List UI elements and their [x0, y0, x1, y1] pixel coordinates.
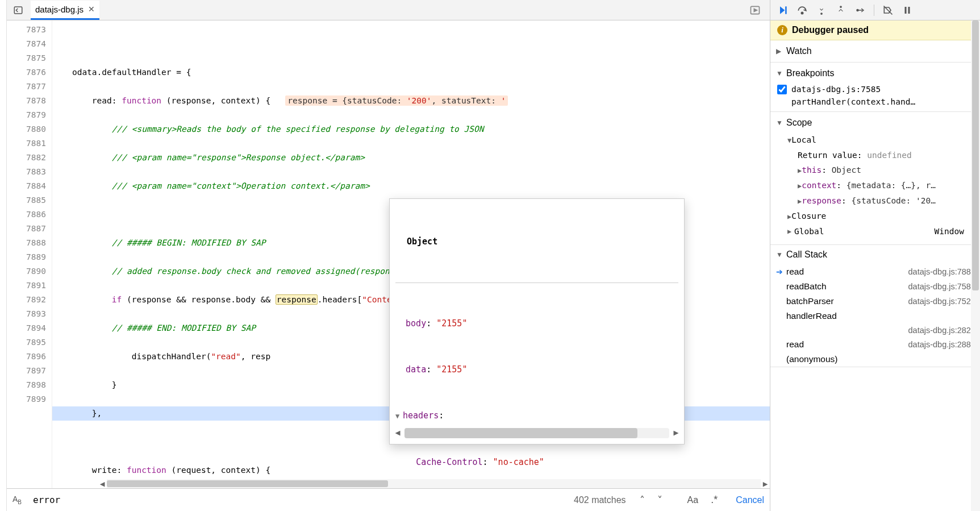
svg-rect-4	[785, 6, 787, 14]
scroll-left-icon[interactable]: ◀	[393, 425, 402, 441]
svg-point-5	[801, 12, 803, 14]
scroll-right-icon[interactable]: ▶	[761, 477, 770, 489]
close-tab-icon[interactable]: ✕	[88, 5, 95, 14]
pause-exceptions-icon[interactable]	[900, 3, 914, 17]
watch-section-header[interactable]: ▶ Watch	[775, 44, 975, 59]
find-cancel-button[interactable]: Cancel	[736, 495, 764, 505]
callstack-row[interactable]: readdatajs-dbg.js:7886	[770, 264, 980, 279]
find-match-count: 402 matches	[574, 495, 626, 505]
find-mode-icon[interactable]: AB	[12, 495, 25, 505]
svg-point-8	[857, 9, 858, 11]
left-gutter	[0, 0, 7, 511]
callstack-row[interactable]: batchParserdatajs-dbg.js:7524	[770, 294, 980, 309]
svg-point-7	[840, 6, 842, 8]
step-into-icon[interactable]	[815, 3, 828, 17]
inline-value: response = {statusCode: '200', statusTex…	[285, 95, 508, 106]
debugger-status: i Debugger paused	[770, 20, 980, 40]
match-case-toggle[interactable]: Aa	[685, 495, 701, 505]
step-icon[interactable]	[853, 3, 867, 17]
popup-h-scrollbar[interactable]: ◀ ▶	[393, 425, 681, 441]
line-numbers: 7873787478757876787778787879788078817882…	[7, 20, 52, 488]
object-hover-popup: Object body: "2155" data: "2155" ▼header…	[389, 198, 685, 444]
svg-marker-2	[754, 9, 757, 11]
find-input[interactable]	[33, 495, 328, 505]
scope-section-header[interactable]: ▼ Scope	[775, 115, 975, 130]
scroll-right-icon[interactable]: ▶	[672, 425, 681, 441]
expand-icon: ▼	[776, 69, 783, 77]
deactivate-breakpoints-icon[interactable]	[881, 3, 895, 17]
expand-icon[interactable]: ▼	[395, 409, 403, 424]
expand-icon: ▼	[776, 251, 783, 259]
callstack-section-header[interactable]: ▼ Call Stack	[770, 245, 980, 264]
svg-rect-10	[905, 7, 907, 14]
callstack-row[interactable]: handlerRead	[770, 309, 980, 323]
tab-datajs-dbg[interactable]: datajs-dbg.js ✕	[31, 1, 99, 20]
current-line: },	[92, 409, 102, 418]
resume-icon[interactable]	[776, 3, 790, 17]
breakpoint-code: partHandler(context.hand…	[791, 95, 915, 108]
popup-title: Object	[407, 234, 678, 250]
toggle-navigator-icon[interactable]	[10, 2, 26, 18]
svg-marker-3	[780, 6, 785, 14]
code-content[interactable]: odata.defaultHandler = { read: function …	[52, 20, 770, 488]
find-next-icon[interactable]: ˅	[655, 494, 665, 506]
find-bar: AB 402 matches ˄ ˅ Aa .* Cancel	[7, 488, 770, 511]
tab-filename: datajs-dbg.js	[35, 5, 84, 14]
callstack-row[interactable]: datajs-dbg.js:2828	[770, 323, 980, 337]
breakpoints-section-header[interactable]: ▼ Breakpoints	[775, 66, 975, 81]
step-over-icon[interactable]	[795, 3, 809, 17]
hover-identifier[interactable]: response	[276, 294, 318, 305]
expand-icon: ▼	[776, 119, 783, 127]
scroll-left-icon[interactable]: ◀	[98, 477, 107, 489]
info-icon: i	[777, 25, 787, 35]
svg-point-6	[820, 13, 823, 15]
panel-v-scrollbar[interactable]	[971, 20, 980, 511]
breakpoint-checkbox[interactable]	[777, 85, 787, 94]
code-token: odata.defaultHandler = {	[72, 68, 191, 77]
callstack-row[interactable]: readBatchdatajs-dbg.js:7585	[770, 279, 980, 294]
debugger-panel: i Debugger paused ▶ Watch ▼ Breakpoints …	[770, 0, 980, 511]
tab-bar: datajs-dbg.js ✕	[7, 0, 770, 20]
breakpoint-file: datajs-dbg.js:7585	[791, 83, 915, 95]
breakpoint-row[interactable]: datajs-dbg.js:7585 partHandler(context.h…	[775, 81, 975, 108]
find-prev-icon[interactable]: ˄	[637, 494, 647, 506]
step-out-icon[interactable]	[834, 3, 848, 17]
regex-toggle[interactable]: .*	[708, 494, 720, 506]
callstack-row[interactable]: readdatajs-dbg.js:2880	[770, 337, 980, 352]
callstack-row[interactable]: (anonymous)	[770, 352, 980, 367]
svg-rect-11	[908, 7, 910, 14]
debugger-toolbar	[770, 0, 980, 20]
collapse-icon: ▶	[776, 47, 783, 55]
run-snippet-icon[interactable]	[747, 2, 763, 18]
